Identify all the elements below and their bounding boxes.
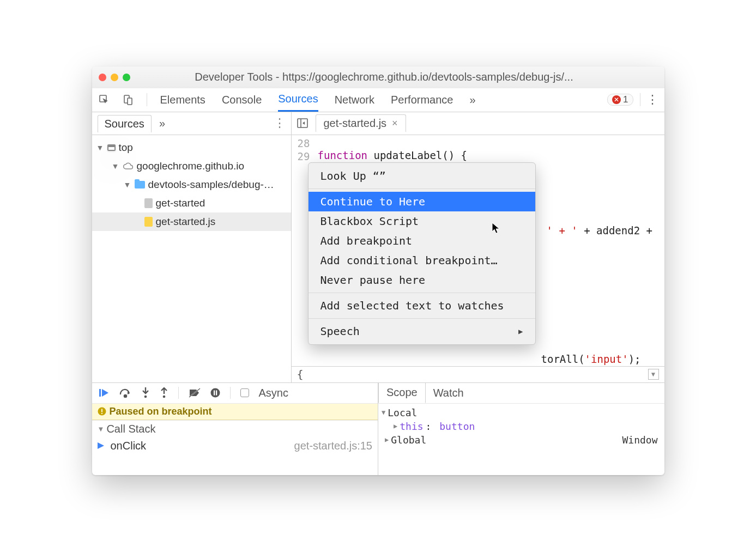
cursor-icon [491, 222, 502, 235]
scope-this-val: button [439, 421, 475, 432]
menu-speech[interactable]: Speech ▶ [309, 321, 535, 341]
code-editor[interactable]: 28 29 function updateLabel() { var adden… [292, 135, 664, 366]
resume-icon[interactable] [99, 388, 110, 398]
menu-add-watch[interactable]: Add selected text to watches [309, 296, 535, 315]
inspect-icon[interactable] [99, 94, 110, 105]
tabs-overflow[interactable]: » [470, 88, 476, 112]
tree-label: devtools-samples/debug-… [148, 179, 274, 191]
line-number: 28 [292, 137, 310, 150]
scope-tabs: Scope Watch [378, 383, 664, 404]
svg-point-7 [144, 396, 147, 398]
callstack-header[interactable]: ▼ Call Stack [92, 420, 378, 437]
menu-label: Speech [320, 325, 360, 338]
scope-body: ▼ Local ▶ this: button ▶ Global Window [378, 404, 664, 449]
toolbar-divider [147, 93, 147, 106]
tree-folder[interactable]: ▼ devtools-samples/debug-… [92, 175, 291, 194]
scope-local[interactable]: ▼ Local [382, 406, 661, 420]
expand-caret-icon: ▶ [394, 422, 397, 430]
tree-file-active[interactable]: get-started.js [92, 212, 291, 231]
content-area: Sources » ⋮ ▼ top ▼ googlechrome.github.… [92, 112, 664, 382]
svg-point-6 [124, 395, 126, 397]
file-tree: ▼ top ▼ googlechrome.github.io ▼ devtool… [92, 135, 291, 382]
stack-frame[interactable]: onClick get-started.js:15 [92, 437, 378, 454]
menu-add-conditional[interactable]: Add conditional breakpoint… [309, 251, 535, 270]
menu-separator [309, 293, 535, 293]
code-token: updateLabel() { [367, 149, 467, 161]
expand-caret-icon[interactable]: ▼ [112, 162, 119, 171]
menu-label: Add breakpoint [320, 234, 413, 247]
kebab-menu-icon[interactable]: ⋮ [647, 94, 658, 105]
menu-continue-here[interactable]: Continue to Here [309, 192, 535, 211]
scope-global[interactable]: ▶ Global Window [382, 433, 661, 447]
menu-label: Continue to Here [320, 195, 426, 208]
editor-footer-dropdown-icon[interactable]: ▼ [648, 369, 659, 380]
expand-caret-icon[interactable]: ▼ [124, 180, 131, 189]
info-icon [98, 407, 106, 416]
tab-elements[interactable]: Elements [160, 88, 205, 112]
scope-this[interactable]: ▶ this: button [382, 420, 661, 433]
context-menu: Look Up “” Continue to Here Blackbox Scr… [308, 162, 536, 345]
error-count-badge[interactable]: ✕ 1 [607, 94, 633, 106]
paused-banner: Paused on breakpoint [92, 404, 378, 420]
step-into-icon[interactable] [141, 387, 150, 398]
navigator-header: Sources » ⋮ [92, 112, 291, 135]
code-token: + addend2 + [578, 224, 652, 236]
tab-sources[interactable]: Sources [278, 88, 318, 112]
tab-console[interactable]: Console [222, 88, 262, 112]
zoom-window-button[interactable] [123, 74, 130, 81]
tree-file[interactable]: get-started [92, 194, 291, 212]
expand-caret-icon: ▼ [98, 425, 105, 433]
tree-label: googlechrome.github.io [137, 160, 245, 172]
debugger-panel: Async Paused on breakpoint ▼ Call Stack … [92, 382, 664, 475]
close-tab-icon[interactable]: × [392, 118, 398, 129]
minimize-window-button[interactable] [111, 74, 118, 81]
traffic-lights [99, 74, 130, 81]
toolbar-divider [640, 93, 640, 106]
tree-top[interactable]: ▼ top [92, 138, 291, 157]
scope-global-label: Global [391, 434, 426, 446]
device-icon[interactable] [123, 94, 134, 105]
svg-rect-13 [216, 391, 217, 396]
folder-icon [135, 181, 145, 189]
menu-never-pause[interactable]: Never pause here [309, 270, 535, 290]
code-token: function [318, 149, 368, 161]
navigator-overflow[interactable]: » [159, 117, 165, 130]
js-file-icon [144, 217, 153, 227]
close-window-button[interactable] [99, 74, 106, 81]
debugger-left: Async Paused on breakpoint ▼ Call Stack … [92, 383, 379, 475]
code-token: ' + ' [547, 224, 578, 236]
tab-watch[interactable]: Watch [426, 383, 471, 403]
tree-label: top [119, 142, 133, 154]
deactivate-bp-icon[interactable] [189, 388, 201, 398]
debugger-right: Scope Watch ▼ Local ▶ this: button ▶ Glo… [378, 383, 664, 475]
step-over-icon[interactable] [119, 388, 131, 398]
tab-scope[interactable]: Scope [378, 383, 426, 403]
svg-rect-5 [99, 389, 101, 397]
tree-domain[interactable]: ▼ googlechrome.github.io [92, 157, 291, 175]
tab-performance[interactable]: Performance [391, 88, 453, 112]
editor-file-tab[interactable]: get-started.js × [316, 114, 406, 132]
editor-header: get-started.js × [292, 112, 664, 135]
svg-rect-2 [128, 98, 132, 105]
tree-label: get-started.js [156, 216, 216, 228]
svg-point-8 [162, 396, 165, 398]
scope-this-key: this [400, 421, 423, 432]
toggle-navigator-icon[interactable] [297, 118, 308, 128]
menu-separator [309, 189, 535, 189]
error-count: 1 [623, 94, 628, 105]
expand-caret-icon[interactable]: ▼ [96, 143, 104, 152]
code-token: ); [628, 353, 641, 365]
toolbar-separator [230, 387, 231, 399]
async-checkbox[interactable] [240, 388, 249, 397]
tab-network[interactable]: Network [335, 88, 374, 112]
menu-lookup[interactable]: Look Up “” [309, 166, 535, 186]
devtools-window: Developer Tools - https://googlechrome.g… [92, 66, 664, 475]
pause-exceptions-icon[interactable] [210, 388, 220, 398]
step-out-icon[interactable] [160, 387, 168, 398]
error-icon: ✕ [612, 95, 621, 104]
navigator-menu-icon[interactable]: ⋮ [274, 116, 286, 130]
scope-global-val: Window [622, 434, 657, 446]
navigator-tab-sources[interactable]: Sources [98, 115, 152, 132]
editor-panel: get-started.js × 28 29 function updateLa… [292, 112, 664, 382]
paused-text: Paused on breakpoint [110, 406, 212, 417]
